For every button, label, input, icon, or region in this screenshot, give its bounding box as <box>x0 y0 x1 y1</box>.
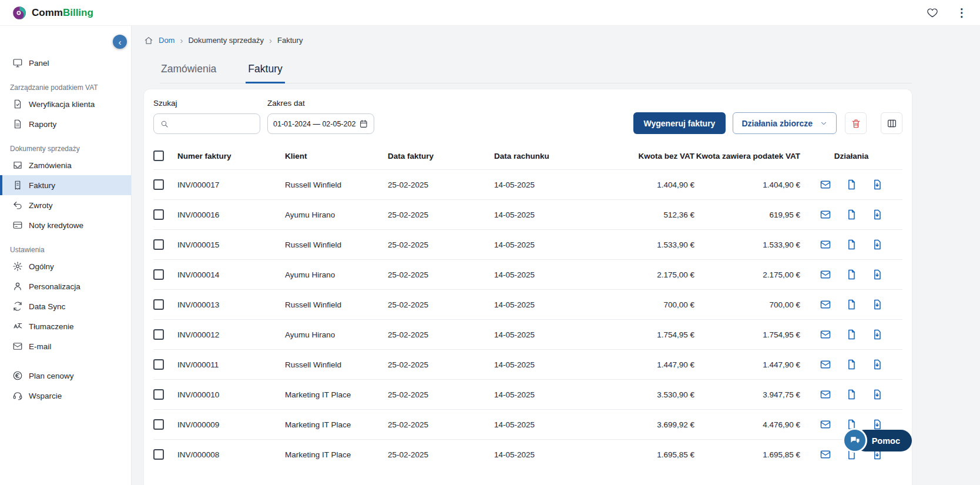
main-content: Dom › Dokumenty sprzedaży › Faktury Zamó… <box>132 26 980 485</box>
document-icon[interactable] <box>845 299 857 310</box>
send-email-icon[interactable] <box>820 299 831 310</box>
columns-icon <box>887 118 897 129</box>
sidebar-item-noty-kredytowe[interactable]: Noty kredytowe <box>0 215 131 235</box>
row-checkbox[interactable] <box>153 329 164 340</box>
download-document-icon[interactable] <box>871 269 883 280</box>
bill-date-cell: 14-05-2025 <box>494 320 588 350</box>
row-checkbox[interactable] <box>153 209 164 220</box>
col-header-invoice-number: Numer faktury <box>177 147 285 170</box>
send-email-icon[interactable] <box>820 389 831 400</box>
sidebar-item-ogolny[interactable]: Ogólny <box>0 256 131 276</box>
bulk-actions-button[interactable]: Działania zbiorcze <box>733 112 837 134</box>
document-icon[interactable] <box>845 209 857 220</box>
sidebar-item-zwroty[interactable]: Zwroty <box>0 195 131 215</box>
sidebar-item-plan-cenowy[interactable]: Plan cenowy <box>0 366 131 386</box>
help-label: Pomoc <box>872 436 900 446</box>
bulk-actions-label: Działania zbiorcze <box>741 119 813 128</box>
download-document-icon[interactable] <box>871 239 883 250</box>
pricing-euro-icon <box>12 370 23 381</box>
document-icon[interactable] <box>845 239 857 250</box>
row-checkbox[interactable] <box>153 449 164 460</box>
sidebar-item-zamowienia[interactable]: Zamówienia <box>0 155 131 175</box>
select-all-checkbox[interactable] <box>153 150 164 161</box>
help-button[interactable]: Pomoc <box>854 430 912 451</box>
invoices-table: Numer faktury Klient Data faktury Data r… <box>153 147 902 469</box>
topbar-actions: ⋮ <box>926 6 968 19</box>
tab-zamowienia[interactable]: Zamówienia <box>160 57 217 83</box>
send-email-icon[interactable] <box>820 359 831 370</box>
net-amount-cell: 1.404,90 € <box>588 170 694 200</box>
client-cell: Marketing IT Place <box>285 410 388 440</box>
breadcrumb-item-faktury[interactable]: Faktury <box>277 36 303 45</box>
invoice-number-cell: INV/000014 <box>177 260 285 290</box>
download-document-icon[interactable] <box>871 299 883 310</box>
sidebar-item-panel[interactable]: Panel <box>0 53 131 73</box>
document-icon[interactable] <box>845 269 857 280</box>
sync-icon <box>12 301 23 312</box>
download-document-icon[interactable] <box>871 209 883 220</box>
gross-amount-cell: 1.404,90 € <box>694 170 800 200</box>
sidebar-item-data-sync[interactable]: Data Sync <box>0 296 131 316</box>
send-email-icon[interactable] <box>820 419 831 430</box>
gross-amount-cell: 1.447,90 € <box>694 350 800 380</box>
gross-amount-cell: 1.754,95 € <box>694 320 800 350</box>
tab-faktury[interactable]: Faktury <box>247 57 283 83</box>
send-email-icon[interactable] <box>820 269 831 280</box>
favorites-heart-icon[interactable] <box>926 6 939 19</box>
invoice-number-cell: INV/000013 <box>177 290 285 320</box>
net-amount-cell: 512,36 € <box>588 200 694 230</box>
send-email-icon[interactable] <box>820 329 831 340</box>
breadcrumb-item-dokumenty[interactable]: Dokumenty sprzedaży <box>188 36 264 45</box>
sidebar-section-title: Zarządzanie podatkiem VAT <box>10 83 131 92</box>
sidebar-item-personalizacja[interactable]: Personalizacja <box>0 276 131 296</box>
invoice-date-cell: 25-02-2025 <box>388 230 494 260</box>
overflow-menu-icon[interactable]: ⋮ <box>955 6 968 19</box>
row-checkbox[interactable] <box>153 419 164 430</box>
sidebar-item-raporty[interactable]: Raporty <box>0 114 131 134</box>
report-icon <box>12 119 23 129</box>
row-checkbox[interactable] <box>153 359 164 370</box>
credit-note-icon <box>12 220 23 230</box>
search-input[interactable] <box>173 119 254 128</box>
date-range-input[interactable]: 01-01-2024 — 02-05-202 <box>267 113 374 134</box>
sidebar-item-weryfikacja-klienta[interactable]: Weryfikacja klienta <box>0 94 131 114</box>
date-filter: Zakres dat 01-01-2024 — 02-05-202 <box>267 98 374 134</box>
table-row: INV/000009 Marketing IT Place 25-02-2025… <box>153 410 902 440</box>
row-checkbox[interactable] <box>153 239 164 250</box>
home-icon[interactable] <box>144 36 153 45</box>
delete-button[interactable] <box>845 112 867 134</box>
sidebar-collapse-button[interactable]: ‹ <box>113 35 127 49</box>
row-checkbox[interactable] <box>153 269 164 280</box>
document-icon[interactable] <box>845 359 857 370</box>
column-settings-button[interactable] <box>881 112 902 134</box>
row-checkbox[interactable] <box>153 389 164 400</box>
table-row: INV/000012 Ayumu Hirano 25-02-2025 14-05… <box>153 320 902 350</box>
invoice-number-cell: INV/000016 <box>177 200 285 230</box>
generate-invoices-button[interactable]: Wygeneruj faktury <box>633 112 726 134</box>
sidebar-item-email[interactable]: E-mail <box>0 336 131 356</box>
sidebar-item-tlumaczenie[interactable]: Tłumaczenie <box>0 316 131 336</box>
sidebar-item-faktury[interactable]: Faktury <box>0 175 131 195</box>
row-checkbox[interactable] <box>153 299 164 310</box>
download-document-icon[interactable] <box>871 419 883 430</box>
download-document-icon[interactable] <box>871 179 883 190</box>
gross-amount-cell: 4.476,90 € <box>694 410 800 440</box>
download-document-icon[interactable] <box>871 359 883 370</box>
row-checkbox[interactable] <box>153 179 164 190</box>
send-email-icon[interactable] <box>820 239 831 250</box>
send-email-icon[interactable] <box>820 449 831 460</box>
document-icon[interactable] <box>845 389 857 400</box>
document-icon[interactable] <box>845 179 857 190</box>
table-row: INV/000013 Russell Winfield 25-02-2025 1… <box>153 290 902 320</box>
sidebar-item-wsparcie[interactable]: Wsparcie <box>0 386 131 406</box>
gross-amount-cell: 619,95 € <box>694 200 800 230</box>
invoices-card: Szukaj Zakres dat 01-01-2024 — 02-05-202… <box>144 89 912 485</box>
client-cell: Marketing IT Place <box>285 380 388 410</box>
download-document-icon[interactable] <box>871 389 883 400</box>
document-icon[interactable] <box>845 329 857 340</box>
send-email-icon[interactable] <box>820 179 831 190</box>
breadcrumb-item-dom[interactable]: Dom <box>159 36 174 45</box>
download-document-icon[interactable] <box>871 329 883 340</box>
bill-date-cell: 14-05-2025 <box>494 260 588 290</box>
send-email-icon[interactable] <box>820 209 831 220</box>
